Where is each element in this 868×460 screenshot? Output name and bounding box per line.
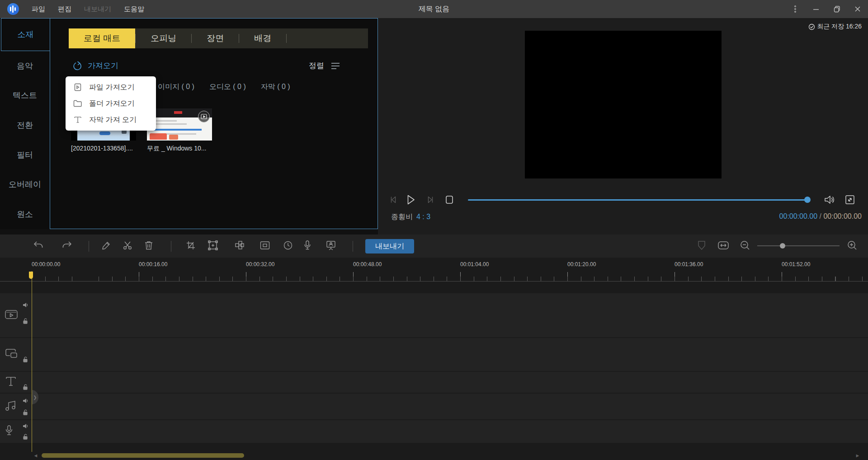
saved-status: 최근 저장 16:26: [808, 23, 862, 31]
speaker-icon[interactable]: [23, 422, 28, 431]
clip-thumbnail-2[interactable]: [147, 108, 212, 141]
record-screen-icon[interactable]: [326, 240, 336, 253]
shield-icon[interactable]: [698, 240, 706, 252]
pip-icon[interactable]: [259, 240, 270, 252]
prev-frame-icon[interactable]: [389, 195, 399, 205]
sidebar-item-overlay[interactable]: 오버레이: [0, 170, 50, 200]
media-panel: 로컬 매트 오피닝 장면 배경 가져오기 정렬 이미지 ( 0 ) 오디오 ( …: [50, 18, 378, 229]
scrollbar-thumb[interactable]: [42, 453, 244, 458]
unlock-icon[interactable]: [23, 409, 28, 417]
next-frame-icon[interactable]: [425, 195, 435, 205]
horizontal-scrollbar: ◄ ►: [0, 452, 868, 459]
kebab-menu-icon[interactable]: [785, 0, 806, 18]
sidebar-item-text[interactable]: 텍스트: [0, 81, 50, 111]
fit-timeline-icon[interactable]: [717, 241, 729, 252]
import-button[interactable]: 가져오기: [72, 61, 118, 71]
music-icon: [5, 399, 17, 414]
sort-list-icon: [330, 62, 340, 70]
mosaic-icon[interactable]: [234, 240, 245, 253]
seek-handle[interactable]: [804, 197, 811, 203]
aspect-ratio-label: 종횡비: [391, 213, 413, 221]
tab-local-matte[interactable]: 로컬 매트: [69, 28, 135, 48]
tab-scene[interactable]: 장면: [192, 28, 239, 48]
sort-button[interactable]: 정렬: [309, 61, 340, 71]
duration-icon[interactable]: [283, 240, 293, 252]
playhead-flag[interactable]: [29, 272, 33, 279]
scroll-left-icon[interactable]: ◄: [33, 453, 39, 458]
video-icon: [5, 309, 18, 322]
menu-item-import-file[interactable]: 파일 가져오기: [66, 79, 156, 95]
timeline-zoom-slider[interactable]: [757, 245, 840, 246]
speaker-icon[interactable]: [824, 194, 835, 205]
edit-icon[interactable]: [101, 240, 111, 252]
restore-icon[interactable]: [826, 0, 847, 18]
speaker-icon[interactable]: [23, 301, 28, 310]
filter-audio[interactable]: 오디오 ( 0 ): [209, 82, 246, 92]
unlock-icon[interactable]: [23, 384, 28, 392]
sidebar-item-media[interactable]: 소재: [1, 18, 50, 51]
voiceover-track-header: [0, 420, 32, 443]
media-tabs: 로컬 매트 오피닝 장면 배경: [69, 28, 368, 48]
seek-bar[interactable]: [468, 199, 810, 201]
text-track-header: [0, 372, 32, 393]
unlock-icon[interactable]: [23, 318, 28, 326]
playhead[interactable]: [32, 271, 32, 452]
text-icon: [5, 376, 17, 389]
stop-icon[interactable]: [445, 195, 454, 205]
unlock-icon[interactable]: [23, 433, 28, 441]
tab-opening[interactable]: 오피닝: [136, 28, 191, 48]
sidebar: 소재 음악 텍스트 전환 필터 오버레이 원소: [0, 18, 50, 229]
music-track[interactable]: [0, 394, 868, 419]
mic-icon[interactable]: [303, 240, 311, 253]
filter-images[interactable]: 이미지 ( 0 ): [158, 82, 194, 92]
ruler-label: 00:00:32.00: [246, 261, 274, 268]
crop-icon[interactable]: [186, 240, 196, 252]
sidebar-item-music[interactable]: 음악: [0, 51, 50, 81]
edit-toolbar: 내보내기: [0, 235, 868, 258]
sidebar-item-filter[interactable]: 필터: [0, 140, 50, 170]
scroll-right-icon[interactable]: ►: [854, 453, 861, 458]
menu-help[interactable]: 도움말: [124, 5, 144, 14]
app-window: 파일 편집 내보내기 도움말 제목 없음 소재 음악 텍스트 전환 필터 오버레…: [0, 0, 868, 460]
ruler-label: 00:01:36.00: [675, 261, 703, 268]
cut-icon[interactable]: [123, 240, 132, 252]
ruler-label: 00:00:48.00: [353, 261, 382, 268]
voiceover-track[interactable]: [0, 420, 868, 443]
transport-controls: [378, 192, 868, 207]
delete-icon[interactable]: [144, 240, 153, 252]
unlock-icon[interactable]: [23, 356, 28, 364]
menu-edit[interactable]: 편집: [58, 5, 71, 14]
total-time: 00:00:00.00: [823, 212, 862, 220]
export-button[interactable]: 내보내기: [365, 239, 414, 253]
import-icon: [72, 61, 82, 71]
undo-icon[interactable]: [33, 240, 44, 252]
video-track[interactable]: [0, 293, 868, 337]
redo-icon[interactable]: [61, 240, 72, 252]
zoom-in-icon[interactable]: [847, 240, 858, 253]
freeze-frame-icon[interactable]: [208, 240, 218, 253]
video-badge-icon: [198, 111, 210, 122]
clip-name-2: 무료 _ Windows 10...: [147, 145, 207, 153]
zoom-out-icon[interactable]: [740, 240, 750, 253]
file-import-icon: [73, 83, 83, 91]
menu-item-import-subtitle[interactable]: 자막 가져 오기: [66, 112, 156, 128]
ruler-label: 00:00:00.00: [32, 261, 60, 268]
aspect-ratio-value[interactable]: 4 : 3: [416, 213, 430, 221]
video-track-header: [0, 293, 32, 337]
zoom-slider-handle[interactable]: [780, 243, 785, 249]
import-dropdown-menu: 파일 가져오기 폴더 가져오기 자막 가져 오기: [66, 76, 156, 131]
fullscreen-icon[interactable]: [844, 194, 855, 205]
filter-subtitles[interactable]: 자막 ( 0 ): [261, 82, 290, 92]
speaker-icon[interactable]: [23, 397, 28, 405]
tab-background[interactable]: 배경: [239, 28, 286, 48]
ruler-label: 00:01:04.00: [460, 261, 489, 268]
text-track[interactable]: [0, 372, 868, 393]
menu-item-import-folder[interactable]: 폴더 가져오기: [66, 95, 156, 112]
menu-file[interactable]: 파일: [32, 5, 45, 14]
play-icon[interactable]: [404, 193, 417, 206]
overlay-track[interactable]: [0, 338, 868, 371]
sidebar-item-element[interactable]: 원소: [0, 199, 50, 229]
close-icon[interactable]: [847, 0, 868, 18]
minimize-icon[interactable]: [806, 0, 826, 18]
sidebar-item-transition[interactable]: 전환: [0, 110, 50, 140]
